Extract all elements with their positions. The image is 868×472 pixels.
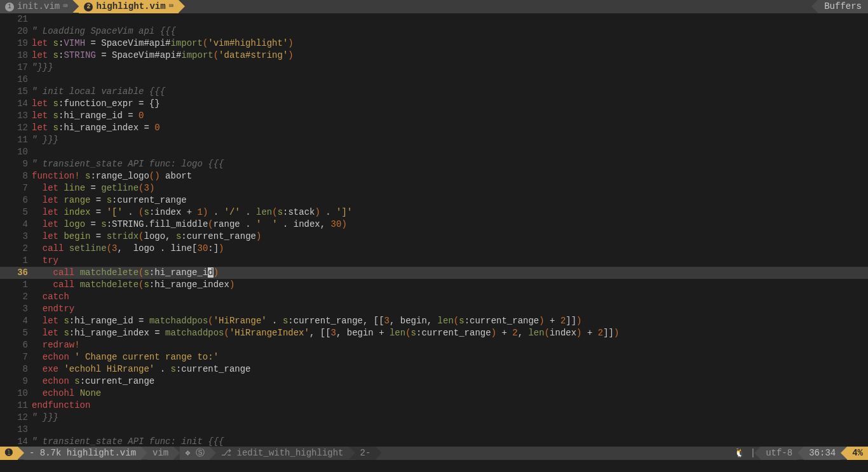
code-content[interactable]: " }}} bbox=[32, 134, 868, 146]
buffers-label[interactable]: Buffers bbox=[818, 0, 868, 13]
code-content[interactable] bbox=[32, 146, 868, 158]
status-layer: 2- bbox=[355, 447, 376, 460]
code-line[interactable]: 15" init local variable {{{ bbox=[0, 86, 868, 98]
code-content[interactable]: call matchdelete(s:hi_range_id) bbox=[32, 267, 868, 279]
tab-line: 1 init.vim ⌨ 2 highlight.vim ⌨ Buffers bbox=[0, 0, 868, 13]
code-content[interactable]: call setline(3, logo . line[30:]) bbox=[32, 243, 868, 255]
tab-init-vim[interactable]: 1 init.vim ⌨ bbox=[0, 0, 72, 13]
code-content[interactable]: echohl None bbox=[32, 388, 868, 400]
code-content[interactable]: echon ' Change current range to:' bbox=[32, 351, 868, 363]
line-number: 7 bbox=[0, 182, 32, 194]
code-line[interactable]: 7 echon ' Change current range to:' bbox=[0, 351, 868, 363]
code-line[interactable]: 36 call matchdelete(s:hi_range_id) bbox=[0, 267, 868, 279]
code-line[interactable]: 17"}}} bbox=[0, 62, 868, 74]
code-line[interactable]: 6 redraw! bbox=[0, 339, 868, 351]
code-line[interactable]: 10 echohl None bbox=[0, 388, 868, 400]
code-content[interactable]: " }}} bbox=[32, 412, 868, 424]
code-line[interactable]: 16 bbox=[0, 74, 868, 86]
code-content[interactable] bbox=[32, 74, 868, 86]
line-number: 15 bbox=[0, 86, 32, 98]
code-line[interactable]: 14let s:function_expr = {} bbox=[0, 98, 868, 110]
line-number: 21 bbox=[0, 13, 32, 25]
tab-label: highlight.vim bbox=[96, 1, 165, 13]
code-content[interactable]: function! s:range_logo() abort bbox=[32, 170, 868, 182]
code-line[interactable]: 20" Loadding SpaceVim api {{{ bbox=[0, 25, 868, 37]
code-content[interactable]: let begin = stridx(logo, s:current_range… bbox=[32, 231, 868, 243]
editor-area[interactable]: 2120" Loadding SpaceVim api {{{19let s:V… bbox=[0, 13, 868, 459]
code-line[interactable]: 9 echon s:current_range bbox=[0, 375, 868, 388]
code-content[interactable]: let s:VIMH = SpaceVim#api#import('vim#hi… bbox=[32, 37, 868, 50]
code-content[interactable]: exe 'echohl HiRrange' . s:current_range bbox=[32, 363, 868, 375]
line-number: 11 bbox=[0, 400, 32, 412]
line-number: 12 bbox=[0, 412, 32, 424]
line-number: 9 bbox=[0, 158, 32, 170]
line-number: 10 bbox=[0, 388, 32, 400]
code-line[interactable]: 13 bbox=[0, 424, 868, 436]
code-content[interactable]: let s:hi_range_id = 0 bbox=[32, 110, 868, 122]
code-content[interactable]: let s:function_expr = {} bbox=[32, 98, 868, 110]
status-percent: 4% bbox=[847, 447, 868, 460]
code-line[interactable]: 9" transient_state API func: logo {{{ bbox=[0, 158, 868, 170]
code-content[interactable]: call matchdelete(s:hi_range_index) bbox=[32, 279, 868, 291]
line-number: 9 bbox=[0, 375, 32, 388]
code-line[interactable]: 2 call setline(3, logo . line[30:]) bbox=[0, 243, 868, 255]
vim-icon: ⌨ bbox=[63, 1, 67, 13]
code-line[interactable]: 12" }}} bbox=[0, 412, 868, 424]
line-number: 3 bbox=[0, 303, 32, 315]
code-content[interactable]: " transient_state API func: logo {{{ bbox=[32, 158, 868, 170]
code-line[interactable]: 1 try bbox=[0, 255, 868, 267]
code-content[interactable]: endtry bbox=[32, 303, 868, 315]
code-line[interactable]: 5 let s:hi_range_index = matchaddpos('Hi… bbox=[0, 327, 868, 339]
code-line[interactable]: 18let s:STRING = SpaceVim#api#import('da… bbox=[0, 50, 868, 62]
code-line[interactable]: 11endfunction bbox=[0, 400, 868, 412]
code-line[interactable]: 12let s:hi_range_index = 0 bbox=[0, 122, 868, 134]
code-line[interactable]: 10 bbox=[0, 146, 868, 158]
code-line[interactable]: 3 endtry bbox=[0, 303, 868, 315]
code-line[interactable]: 5 let index = '[' . (s:index + 1) . '/' … bbox=[0, 206, 868, 219]
code-content[interactable]: redraw! bbox=[32, 339, 868, 351]
code-line[interactable]: 2 catch bbox=[0, 291, 868, 303]
code-content[interactable]: let s:STRING = SpaceVim#api#import('data… bbox=[32, 50, 868, 62]
code-content[interactable]: let s:hi_range_index = matchaddpos('HiRr… bbox=[32, 327, 868, 339]
tab-highlight-vim[interactable]: 2 highlight.vim ⌨ bbox=[79, 0, 178, 13]
code-line[interactable]: 21 bbox=[0, 13, 868, 25]
code-line[interactable]: 6 let range = s:current_range bbox=[0, 194, 868, 206]
code-content[interactable]: catch bbox=[32, 291, 868, 303]
code-content[interactable]: let logo = s:STRING.fill_middle(range . … bbox=[32, 219, 868, 231]
code-line[interactable]: 8 exe 'echohl HiRrange' . s:current_rang… bbox=[0, 363, 868, 375]
line-number: 8 bbox=[0, 363, 32, 375]
code-content[interactable] bbox=[32, 13, 868, 25]
code-line[interactable]: 11" }}} bbox=[0, 134, 868, 146]
code-line[interactable]: 3 let begin = stridx(logo, s:current_ran… bbox=[0, 231, 868, 243]
code-content[interactable]: try bbox=[32, 255, 868, 267]
status-mode: ➊ bbox=[0, 447, 18, 460]
code-line[interactable]: 19let s:VIMH = SpaceVim#api#import('vim#… bbox=[0, 37, 868, 50]
code-content[interactable]: let s:hi_range_index = 0 bbox=[32, 122, 868, 134]
code-content[interactable]: let range = s:current_range bbox=[32, 194, 868, 206]
code-line[interactable]: 4 let logo = s:STRING.fill_middle(range … bbox=[0, 219, 868, 231]
code-line[interactable]: 13let s:hi_range_id = 0 bbox=[0, 110, 868, 122]
code-line[interactable]: 4 let s:hi_range_id = matchaddpos('HiRra… bbox=[0, 315, 868, 327]
code-content[interactable]: endfunction bbox=[32, 400, 868, 412]
code-line[interactable]: 8function! s:range_logo() abort bbox=[0, 170, 868, 182]
line-number: 10 bbox=[0, 146, 32, 158]
code-content[interactable]: " Loadding SpaceVim api {{{ bbox=[32, 25, 868, 37]
line-number: 13 bbox=[0, 110, 32, 122]
code-content[interactable]: echon s:current_range bbox=[32, 375, 868, 388]
line-number: 17 bbox=[0, 62, 32, 74]
line-number: 16 bbox=[0, 74, 32, 86]
line-number: 1 bbox=[0, 279, 32, 291]
code-content[interactable] bbox=[32, 424, 868, 436]
code-content[interactable]: " init local variable {{{ bbox=[32, 86, 868, 98]
line-number: 4 bbox=[0, 315, 32, 327]
code-line[interactable]: 7 let line = getline(3) bbox=[0, 182, 868, 194]
line-number: 3 bbox=[0, 231, 32, 243]
code-line[interactable]: 1 call matchdelete(s:hi_range_index) bbox=[0, 279, 868, 291]
command-line[interactable] bbox=[0, 460, 868, 472]
code-content[interactable]: "}}} bbox=[32, 62, 868, 74]
code-content[interactable]: let line = getline(3) bbox=[32, 182, 868, 194]
line-number: 5 bbox=[0, 206, 32, 219]
code-content[interactable]: let s:hi_range_id = matchaddpos('HiRrang… bbox=[32, 315, 868, 327]
line-number: 20 bbox=[0, 25, 32, 37]
code-content[interactable]: let index = '[' . (s:index + 1) . '/' . … bbox=[32, 206, 868, 219]
